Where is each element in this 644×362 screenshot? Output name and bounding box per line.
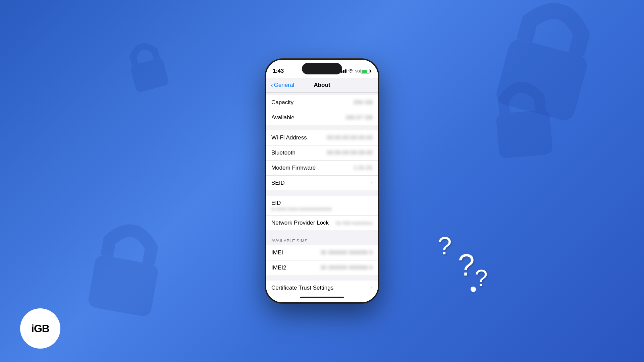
status-time: 1:43: [273, 68, 284, 74]
back-chevron-icon: ‹: [271, 81, 273, 88]
certificate-trust-chevron-icon: ›: [371, 285, 373, 291]
seid-label: SEID: [271, 180, 285, 186]
bluetooth-row: Bluetooth 00:00:00:00:00:00: [266, 145, 378, 161]
imei2-label: IMEI2: [271, 264, 286, 271]
spacer-2: [266, 190, 378, 196]
imei2-row: IMEI2 35 000000 000000 0: [266, 260, 378, 275]
capacity-label: Capacity: [271, 99, 293, 106]
imei-value: 35 000000 000000 0: [320, 249, 373, 256]
network-provider-lock-label: Network Provider Lock: [271, 220, 329, 226]
spacer-1: [266, 125, 378, 130]
phone-device: 1:43: [265, 59, 379, 303]
network-provider-lock-row: Network Provider Lock No SIM restriction…: [266, 216, 378, 230]
eid-group: EID 82 00000 00000 000000000000000000 Ne…: [266, 196, 378, 230]
question-mark-1: ?: [438, 231, 452, 260]
eid-label: EID: [271, 200, 281, 206]
network-provider-lock-value: No SIM restrictions: [336, 221, 373, 226]
available-sims-header: AVAILABLE SIMS: [266, 236, 378, 245]
storage-group: Capacity 256 GB Available 180.07 GB: [266, 95, 378, 125]
imei-label: IMEI: [271, 249, 283, 256]
battery-tip: [370, 70, 371, 72]
question-mark-3: ?: [475, 265, 488, 292]
eid-row: EID 82 00000 00000 000000000000000000: [266, 196, 378, 216]
battery-5g-label: 5G: [355, 69, 360, 73]
battery-icon: 5G: [355, 69, 371, 73]
wifi-address-label: Wi-Fi Address: [271, 134, 307, 141]
home-bar: [300, 297, 344, 298]
wifi-address-row: Wi-Fi Address 00:00:00:00:00:00: [266, 130, 378, 145]
navigation-bar: ‹ General About: [266, 78, 378, 93]
spacer-top: [266, 93, 378, 95]
imei-group: IMEI 35 000000 000000 0 IMEI2 35 000000 …: [266, 245, 378, 275]
eid-value: 82 00000 00000 000000000000000000: [271, 207, 332, 211]
status-bar: 1:43: [266, 60, 378, 78]
available-row: Available 180.07 GB: [266, 110, 378, 125]
question-mark-2: ?: [458, 248, 475, 283]
question-marks-decoration: ? ? ?: [441, 238, 495, 305]
spacer-4: [266, 275, 378, 281]
status-right-icons: 5G: [339, 68, 371, 74]
page-title: About: [314, 82, 330, 88]
seid-row[interactable]: SEID ›: [266, 176, 378, 190]
dynamic-island: [302, 63, 342, 74]
wifi-address-value: 00:00:00:00:00:00: [327, 134, 373, 141]
battery-body: [361, 69, 370, 73]
modem-firmware-label: Modem Firmware: [271, 165, 316, 171]
battery-fill: [362, 70, 367, 73]
back-button[interactable]: ‹ General: [271, 82, 294, 88]
home-indicator: [266, 292, 378, 302]
wifi-icon: [348, 68, 354, 74]
network-group: Wi-Fi Address 00:00:00:00:00:00 Bluetoot…: [266, 130, 378, 190]
svg-rect-2: [87, 254, 159, 317]
certificate-group: Certificate Trust Settings ›: [266, 281, 378, 292]
bluetooth-label: Bluetooth: [271, 149, 296, 156]
imei2-value: 35 000000 000000 0: [320, 264, 373, 271]
phone-body: 1:43: [265, 59, 379, 303]
back-label: General: [274, 82, 294, 88]
certificate-trust-label: Certificate Trust Settings: [271, 285, 333, 291]
available-label: Available: [271, 114, 294, 121]
capacity-value: 256 GB: [353, 99, 373, 106]
settings-list: Capacity 256 GB Available 180.07 GB Wi-F…: [266, 93, 378, 292]
phone-screen: 1:43: [266, 60, 378, 302]
bluetooth-value: 00:00:00:00:00:00: [327, 149, 373, 156]
igb-logo-text: iGB: [31, 322, 49, 335]
igb-logo: iGB: [20, 308, 60, 349]
available-value: 180.07 GB: [345, 114, 373, 121]
imei-row: IMEI 35 000000 000000 0: [266, 245, 378, 260]
seid-chevron-icon: ›: [371, 180, 373, 186]
svg-rect-1: [496, 109, 553, 159]
modem-firmware-row: Modem Firmware 1.01.01: [266, 161, 378, 176]
question-mark-dot: [471, 287, 476, 292]
certificate-trust-row[interactable]: Certificate Trust Settings ›: [266, 281, 378, 292]
capacity-row: Capacity 256 GB: [266, 95, 378, 110]
modem-firmware-value: 1.01.01: [354, 165, 373, 171]
spacer-3: [266, 230, 378, 236]
